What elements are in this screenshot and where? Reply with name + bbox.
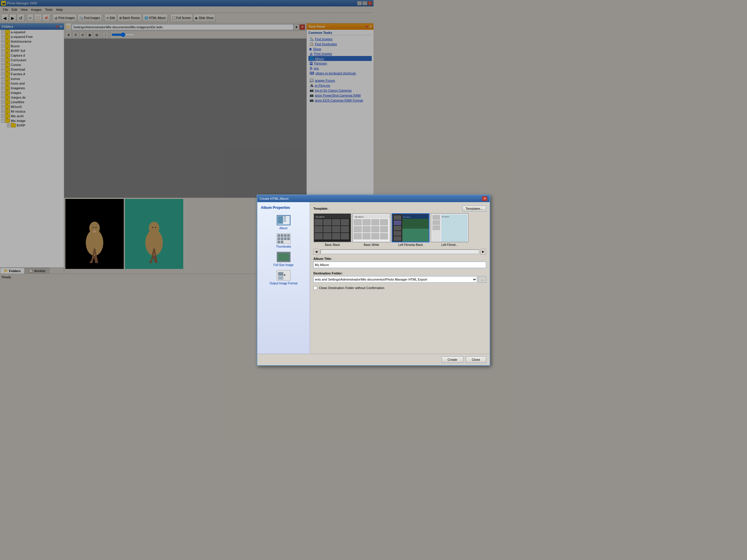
svg-rect-57 [314, 233, 323, 239]
svg-rect-25 [278, 216, 283, 224]
output-thumb-svg: ▶ [277, 270, 290, 280]
svg-rect-43 [278, 272, 283, 276]
destination-input-row: ents and Settings\Administrador\Mis docu… [313, 276, 374, 280]
svg-rect-50 [323, 219, 332, 225]
thumbnails-nav-thumb [277, 233, 291, 244]
svg-rect-34 [278, 237, 280, 240]
basic-black-label: Basic Black [325, 243, 340, 246]
modal-title: Create HTML Album [260, 197, 289, 201]
template-basic-black[interactable]: My album [313, 213, 351, 246]
template-scroll-row: ◀ ▶ [313, 249, 374, 255]
main-window: 📷 Photo Manager 2008 − □ ✕ File Edit Vie… [0, 0, 374, 280]
svg-rect-65 [362, 219, 370, 225]
svg-rect-53 [314, 226, 323, 233]
destination-folder-row: Destination Folder: ents and Settings\Ad… [313, 271, 374, 280]
modal-nav: Album Properties A [257, 202, 310, 280]
svg-rect-36 [284, 237, 287, 240]
svg-rect-68 [354, 226, 362, 233]
svg-rect-26 [284, 216, 286, 218]
basic-white-label: Basic White [364, 243, 374, 246]
basic-black-thumb: My album [313, 213, 351, 242]
svg-rect-28 [284, 220, 286, 222]
svg-rect-59 [332, 233, 340, 239]
nav-output-format[interactable]: ▶ Output Image Format [259, 268, 308, 280]
basic-white-thumb: My album [353, 213, 374, 242]
svg-rect-72 [354, 233, 362, 239]
create-html-album-dialog: Create HTML Album ✕ Album Properties [257, 194, 374, 280]
svg-rect-51 [332, 219, 340, 225]
basic-white-svg: My album [353, 214, 374, 242]
svg-rect-55 [332, 226, 340, 233]
modal-titlebar: Create HTML Album ✕ [257, 195, 374, 202]
album-title-label: Album Title: [313, 257, 374, 261]
svg-rect-44 [278, 276, 283, 280]
svg-rect-37 [287, 237, 290, 240]
modal-body: Album Properties A [257, 202, 374, 280]
svg-rect-73 [362, 233, 370, 239]
album-thumb-svg [277, 215, 290, 225]
svg-rect-70 [371, 226, 374, 233]
nav-full-size-label: Full Size Image [274, 263, 293, 267]
nav-album[interactable]: Album [259, 213, 308, 232]
svg-rect-69 [362, 226, 370, 233]
svg-rect-60 [341, 233, 349, 239]
svg-rect-54 [323, 226, 332, 233]
album-title-input[interactable] [313, 262, 374, 268]
album-nav-thumb [277, 215, 291, 225]
modal-overlay: Create HTML Album ✕ Album Properties [0, 0, 374, 280]
basic-black-svg: My album [314, 214, 351, 242]
nav-thumbnails[interactable]: Thumbnails [259, 232, 308, 250]
svg-text:My album: My album [316, 216, 325, 218]
destination-select[interactable]: ents and Settings\Administrador\Mis docu… [313, 276, 374, 280]
template-grid: My album [313, 213, 374, 246]
thumbnails-thumb-svg [277, 234, 290, 243]
svg-rect-27 [284, 218, 286, 220]
svg-rect-38 [278, 241, 280, 243]
svg-rect-31 [281, 234, 283, 237]
template-basic-white[interactable]: My album [353, 213, 374, 246]
svg-text:My album: My album [355, 216, 364, 218]
nav-thumbnails-label: Thumbnails [276, 245, 291, 248]
album-title-row: Album Title: [313, 257, 374, 268]
svg-rect-58 [323, 233, 332, 239]
scroll-track[interactable] [320, 249, 374, 254]
nav-album-label: Album [279, 226, 287, 230]
svg-rect-30 [278, 234, 280, 237]
album-properties-title: Album Properties [259, 205, 308, 211]
modal-content: Template: Templates... My album [310, 202, 374, 280]
svg-rect-32 [284, 234, 287, 237]
svg-rect-56 [341, 226, 349, 233]
svg-rect-49 [314, 219, 323, 225]
svg-rect-33 [287, 234, 290, 237]
svg-rect-64 [354, 219, 362, 225]
svg-rect-66 [371, 219, 374, 225]
full-size-nav-thumb [277, 252, 291, 262]
output-nav-thumb: ▶ [277, 270, 291, 280]
full-size-thumb-svg [277, 252, 290, 262]
svg-rect-52 [341, 219, 349, 225]
template-label: Template: [313, 207, 328, 210]
svg-text:▶: ▶ [284, 273, 286, 276]
scroll-left-button[interactable]: ◀ [313, 249, 319, 255]
nav-full-size[interactable]: Full Size Image [259, 250, 308, 268]
svg-rect-74 [371, 233, 374, 239]
destination-label: Destination Folder: [313, 271, 374, 275]
svg-rect-39 [281, 241, 283, 243]
svg-rect-41 [278, 253, 289, 261]
svg-rect-35 [281, 237, 283, 240]
template-section: Template: Templates... My album [313, 206, 374, 255]
